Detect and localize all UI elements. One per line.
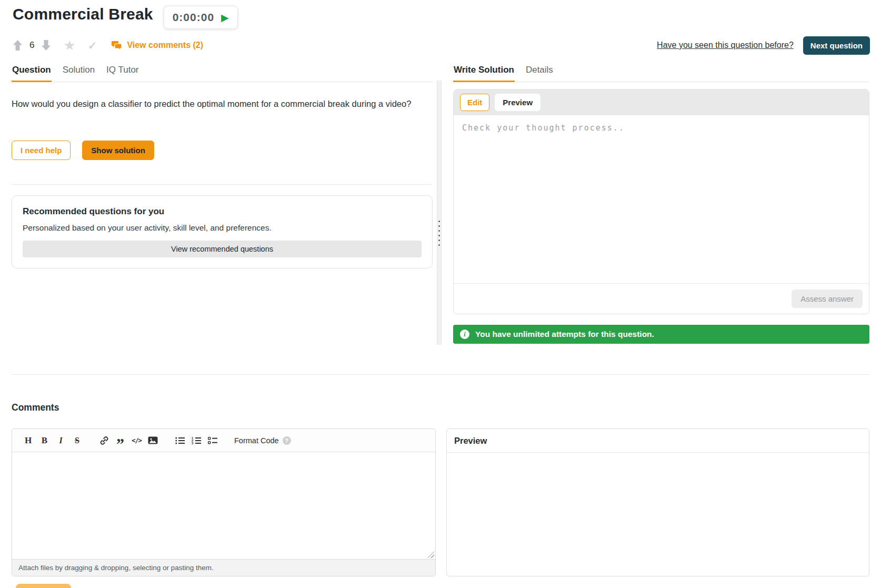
comment-preview-body: [447, 453, 869, 576]
show-solution-button[interactable]: Show solution: [82, 141, 154, 160]
action-row: 6 ★ ✓ View comments (2) Have you seen th…: [0, 37, 881, 53]
comments-divider: [12, 374, 869, 375]
seen-before-link[interactable]: Have you seen this question before?: [657, 41, 794, 50]
comment-input[interactable]: [12, 452, 435, 559]
heading-icon[interactable]: H: [21, 433, 35, 447]
comment-toolbar: H B I S ” </>: [12, 429, 435, 452]
panel-resize-handle[interactable]: [437, 221, 441, 246]
solution-panel-tabs: Write Solution Details: [453, 59, 869, 82]
strikethrough-icon[interactable]: S: [70, 433, 84, 447]
bullet-list-icon[interactable]: [173, 433, 187, 447]
tab-question[interactable]: Question: [12, 59, 52, 82]
bold-icon[interactable]: B: [37, 433, 52, 447]
italic-icon[interactable]: I: [54, 433, 68, 447]
recommended-questions-card: Recommended questions for you Personaliz…: [12, 195, 433, 268]
info-icon: i: [460, 330, 469, 339]
vote-count: 6: [29, 40, 34, 51]
ordered-list-icon[interactable]: 123: [189, 433, 203, 447]
favorite-star-icon[interactable]: ★: [63, 38, 75, 52]
tab-write-solution[interactable]: Write Solution: [453, 59, 515, 82]
code-icon[interactable]: </>: [129, 433, 144, 447]
assess-answer-button[interactable]: Assess answer: [792, 290, 863, 308]
link-icon[interactable]: [97, 433, 111, 447]
play-icon[interactable]: ▶: [221, 13, 229, 23]
view-recommended-button[interactable]: View recommended questions: [23, 241, 422, 257]
solution-input[interactable]: [454, 115, 869, 283]
tab-solution[interactable]: Solution: [62, 59, 95, 82]
section-divider: [12, 184, 433, 185]
tab-iq-tutor[interactable]: IQ Tutor: [106, 59, 139, 82]
question-page: Commercial Break 0:00:00 ▶ 6 ★ ✓ View co…: [0, 0, 881, 588]
comments-heading: Comments: [12, 402, 869, 413]
image-icon[interactable]: [146, 433, 160, 447]
recommended-title: Recommended questions for you: [23, 206, 422, 217]
recommended-subtitle: Personalized based on your user activity…: [23, 223, 422, 233]
solution-editor: Edit Preview Assess answer: [453, 89, 869, 314]
comments-columns: H B I S ” </>: [12, 428, 869, 576]
editor-preview-tab[interactable]: Preview: [495, 94, 540, 111]
title-row: Commercial Break 0:00:00 ▶: [0, 0, 881, 29]
arrow-up-icon: [13, 39, 23, 51]
need-help-button[interactable]: I need help: [12, 141, 71, 160]
tab-details[interactable]: Details: [525, 59, 554, 82]
comments-section: Comments H B I S ”: [0, 402, 881, 588]
next-question-button[interactable]: Next question: [803, 36, 870, 55]
mark-done-check-icon[interactable]: ✓: [88, 40, 97, 51]
solution-editor-body: [454, 115, 869, 283]
comment-preview-panel: Preview: [446, 428, 869, 576]
solution-panel: Write Solution Details Edit Preview Asse…: [453, 59, 869, 344]
timer-value: 0:00:00: [173, 11, 214, 24]
question-panel-tabs: Question Solution IQ Tutor: [12, 59, 433, 82]
partially-visible-submit-button[interactable]: [16, 584, 71, 588]
solution-editor-header: Edit Preview: [454, 89, 869, 115]
question-panel: Question Solution IQ Tutor How would you…: [12, 59, 433, 268]
format-code-label: Format Code: [234, 436, 279, 445]
attach-files-area[interactable]: Attach files by dragging & dropping, sel…: [12, 559, 435, 576]
task-list-icon[interactable]: [205, 433, 219, 447]
timer: 0:00:00 ▶: [164, 6, 238, 29]
view-comments-label: View comments (2): [127, 41, 203, 50]
unlimited-attempts-banner: i You have unlimited attempts for this q…: [453, 325, 869, 344]
svg-text:3: 3: [192, 442, 194, 444]
comment-body: [12, 452, 435, 559]
solution-editor-footer: Assess answer: [454, 283, 869, 314]
downvote-button[interactable]: [41, 39, 51, 51]
comments-icon: [111, 41, 122, 51]
comment-preview-title: Preview: [447, 429, 869, 453]
comment-editor: H B I S ” </>: [12, 428, 436, 576]
arrow-down-icon: [41, 39, 51, 51]
blockquote-icon[interactable]: ”: [113, 433, 127, 447]
question-actions: I need help Show solution: [12, 141, 433, 160]
page-title: Commercial Break: [13, 5, 153, 23]
format-code-button[interactable]: Format Code ?: [234, 436, 291, 445]
help-icon: ?: [283, 436, 291, 445]
upvote-button[interactable]: [13, 39, 23, 51]
banner-text: You have unlimited attempts for this que…: [475, 330, 654, 339]
editor-edit-tab[interactable]: Edit: [460, 94, 489, 111]
question-text: How would you design a classifier to pre…: [12, 98, 433, 110]
panel-resize-gutter: [437, 81, 442, 345]
main-columns: Question Solution IQ Tutor How would you…: [0, 59, 881, 345]
view-comments-link[interactable]: View comments (2): [111, 41, 203, 51]
